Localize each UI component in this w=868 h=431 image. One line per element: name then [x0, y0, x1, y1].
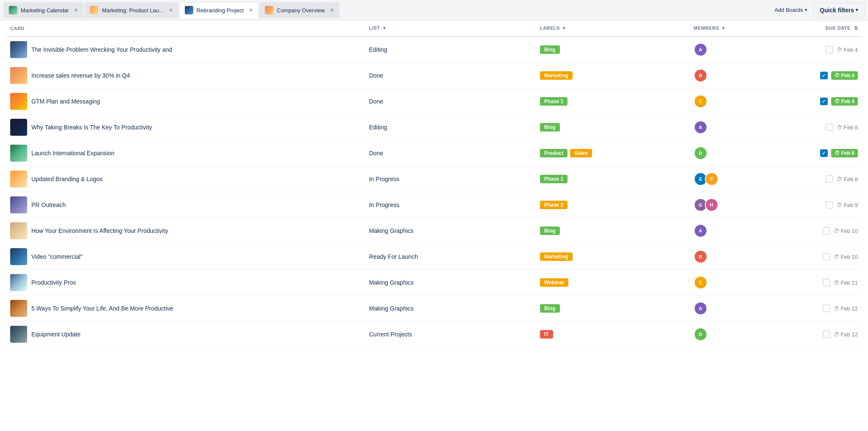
card-cell[interactable]: Updated Branding & Logos: [7, 166, 366, 192]
card-cell[interactable]: The Invisible Problem Wrecking Your Prod…: [7, 36, 366, 63]
labels-cell: Blog: [537, 115, 690, 140]
due-date-checkbox[interactable]: [823, 305, 830, 312]
card-cell[interactable]: 5 Ways To Simplify Your Life, And Be Mor…: [7, 296, 366, 322]
tab-close-icon[interactable]: ✕: [330, 7, 334, 13]
members-cell: GH: [690, 192, 793, 218]
due-date-cell: ⏱ Feb 11: [793, 270, 861, 296]
tab-close-icon[interactable]: ✕: [169, 7, 173, 13]
due-date-checkbox[interactable]: [823, 279, 830, 286]
label-badge[interactable]: Phase 2: [540, 201, 568, 209]
due-date-text: ⏱ Feb 10: [834, 254, 858, 260]
quick-filters-button[interactable]: Quick filters ▾: [813, 3, 865, 18]
label-badge[interactable]: Blog: [540, 45, 560, 54]
avatar: D: [694, 327, 707, 341]
list-cell: Making Graphics: [366, 296, 537, 322]
chevron-down-icon: ▾: [856, 7, 858, 13]
clock-icon: ⏱: [834, 280, 839, 286]
due-date-checkbox[interactable]: [820, 98, 828, 105]
card-cell[interactable]: Increase sales revenue by 30% in Q4: [7, 63, 366, 89]
card-cell[interactable]: Video "commercial": [7, 244, 366, 270]
card-thumbnail: [10, 222, 27, 239]
add-boards-button[interactable]: Add Boards ▾: [769, 4, 812, 16]
due-date-checkbox[interactable]: [826, 201, 833, 209]
sort-icon: ▾: [563, 25, 566, 31]
quick-filters-label: Quick filters: [820, 7, 854, 14]
clock-icon: ⏱: [834, 331, 839, 338]
labels-cell: Blog: [537, 296, 690, 322]
due-date-checkbox[interactable]: [820, 72, 828, 79]
card-cell[interactable]: How Your Environment Is Affecting Your P…: [7, 218, 366, 244]
labels-cell: Phase 1: [537, 166, 690, 192]
tab-tab-rebranding[interactable]: Rebranding Project✕: [179, 2, 259, 18]
label-badge[interactable]: Marketing: [540, 252, 573, 261]
label-badge[interactable]: Webinar: [540, 278, 568, 287]
tab-tab-product-launch[interactable]: Marketing: Product Lau...✕: [84, 2, 178, 18]
label-badge[interactable]: IT: [540, 330, 553, 339]
label-badge[interactable]: Marketing: [540, 71, 573, 80]
tab-close-icon[interactable]: ✕: [74, 7, 78, 13]
chevron-down-icon: ▾: [805, 7, 807, 13]
members-cell: EF: [690, 166, 793, 192]
clock-icon: ⏱: [837, 47, 842, 53]
avatar: B: [694, 250, 707, 263]
card-thumbnail: [10, 274, 27, 291]
card-cell[interactable]: GTM Plan and Messaging: [7, 89, 366, 115]
card-title: Video "commercial": [31, 253, 83, 260]
tab-tab-company-overview[interactable]: Company Overview✕: [259, 2, 339, 18]
card-thumbnail: [10, 119, 27, 136]
column-header-card[interactable]: CARD: [7, 20, 366, 36]
members-cell: A: [690, 218, 793, 244]
due-date-text: ⏱ Feb 9: [837, 202, 858, 208]
label-badge[interactable]: Phase 1: [540, 97, 568, 106]
column-header-members[interactable]: MEMBERS ▾: [690, 20, 793, 36]
card-cell[interactable]: PR Outreach: [7, 192, 366, 218]
label-badge[interactable]: Sales: [570, 149, 592, 157]
card-thumbnail: [10, 248, 27, 265]
members-cell: A: [690, 115, 793, 140]
avatar: F: [705, 172, 718, 186]
table-row: PR OutreachIn ProgressPhase 2GH⏱ Feb 9: [7, 192, 861, 218]
clock-icon: ⏱: [834, 305, 839, 312]
table-row: Launch International ExpansionDoneProduc…: [7, 140, 861, 166]
card-thumbnail: [10, 67, 27, 84]
card-cell[interactable]: Launch International Expansion: [7, 140, 366, 166]
card-cell[interactable]: Why Taking Breaks Is The Key To Producti…: [7, 115, 366, 140]
card-title: GTM Plan and Messaging: [31, 98, 100, 105]
label-badge[interactable]: Phase 1: [540, 175, 568, 183]
table-row: Why Taking Breaks Is The Key To Producti…: [7, 115, 861, 140]
tab-thumbnail: [265, 6, 273, 14]
due-date-cell: ⏱ Feb 12: [793, 322, 861, 347]
tab-close-icon[interactable]: ✕: [249, 7, 253, 13]
column-header-labels[interactable]: LABELS ▾: [537, 20, 690, 36]
column-header-due-date[interactable]: DUE DATE ⇅: [793, 20, 861, 36]
card-cell[interactable]: Equipment Update: [7, 322, 366, 347]
due-date-checkbox[interactable]: [820, 149, 828, 157]
due-date-checkbox[interactable]: [823, 227, 830, 235]
table-row: Equipment UpdateCurrent ProjectsITD⏱ Feb…: [7, 322, 861, 347]
card-cell[interactable]: Productivity Pros: [7, 270, 366, 296]
label-badge[interactable]: Blog: [540, 227, 560, 235]
card-thumbnail: [10, 196, 27, 213]
label-badge[interactable]: Blog: [540, 304, 560, 313]
card-title: The Invisible Problem Wrecking Your Prod…: [31, 46, 172, 53]
due-date-checkbox[interactable]: [823, 330, 830, 338]
due-date-checkbox[interactable]: [826, 175, 833, 183]
column-header-list[interactable]: LIST ▾: [366, 20, 537, 36]
labels-cell: Phase 2: [537, 192, 690, 218]
clock-icon: ⏱: [834, 228, 839, 234]
labels-cell: Webinar: [537, 270, 690, 296]
due-date-cell: ⏱ Feb 10: [793, 218, 861, 244]
due-date-cell: ⏱ Feb 10: [793, 244, 861, 270]
due-date-checkbox[interactable]: [823, 253, 830, 260]
tab-tab-marketing-cal[interactable]: Marketing Calendar✕: [3, 2, 83, 18]
due-date-checkbox[interactable]: [826, 46, 833, 53]
label-badge[interactable]: Blog: [540, 123, 560, 132]
card-title: Launch International Expansion: [31, 150, 114, 157]
members-cell: D: [690, 140, 793, 166]
label-badge[interactable]: Product: [540, 149, 568, 157]
sort-icon: ⇅: [854, 25, 858, 31]
due-date-checkbox[interactable]: [826, 123, 833, 131]
tab-label: Rebranding Project: [197, 7, 244, 14]
tab-thumbnail: [185, 6, 193, 14]
due-date-cell: ⏱ Feb 4: [793, 89, 861, 115]
